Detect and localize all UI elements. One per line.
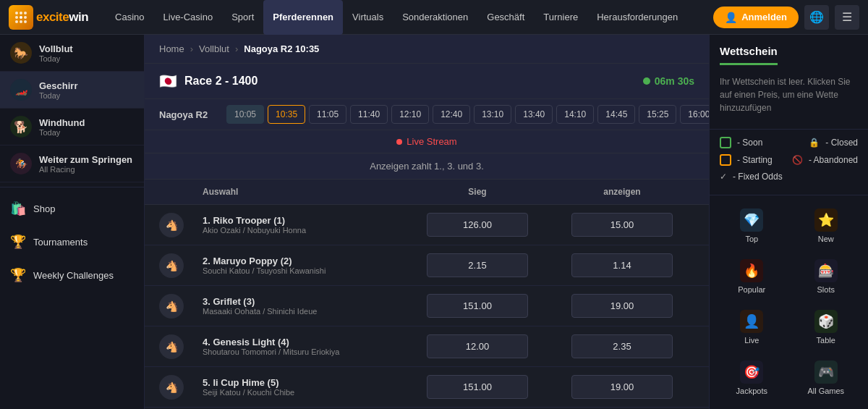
time-tab-1210[interactable]: 12:10 — [391, 105, 429, 124]
legend-soon-label: - Soon — [737, 138, 762, 148]
sidebar-menu-shop[interactable]: 🛍️ Shop — [0, 192, 144, 225]
sieg-btn-5[interactable]: 151.00 — [427, 375, 528, 399]
sieg-btn-2[interactable]: 2.15 — [427, 253, 528, 277]
weiter-icon: 🏇 — [10, 153, 32, 174]
horse-avatar-1: 🐴 — [159, 213, 184, 237]
anzeigen-cell-4: 2.35 — [550, 334, 694, 358]
anzeigen-btn-1[interactable]: 15.00 — [571, 213, 673, 237]
game-live[interactable]: 👤 Live — [717, 304, 787, 350]
legend-starting: - Starting 🚫 - Abandoned — [720, 154, 858, 166]
legend-section: - Soon 🔒 - Closed - Starting 🚫 - Abandon… — [710, 129, 868, 195]
user-icon: 👤 — [725, 12, 737, 23]
game-popular[interactable]: 🔥 Popular — [717, 253, 787, 300]
anzeigen-btn-5[interactable]: 19.00 — [571, 375, 673, 399]
weiter-label: Weiter zum SpringenAll Racing — [39, 154, 132, 174]
horse-avatar-2: 🐴 — [159, 253, 184, 278]
lang-button[interactable]: 🌐 — [804, 5, 829, 30]
livestream-bar: Live Stream — [145, 130, 709, 153]
game-top[interactable]: 💎 Top — [717, 203, 787, 249]
time-tab-1105[interactable]: 11:05 — [309, 105, 346, 124]
sidebar-item-geschirr[interactable]: 🏎️ GeschirrToday — [0, 72, 144, 109]
time-tab-1240[interactable]: 12:40 — [433, 105, 470, 124]
horse-info-3: 3. Griflet (3) Masaaki Oohata / Shinichi… — [203, 289, 405, 323]
nav-turniere[interactable]: Turniere — [534, 0, 587, 35]
time-tab-1600[interactable]: 16:00 — [680, 105, 709, 124]
checkmark-icon: ✓ — [720, 172, 727, 182]
popular-icon: 🔥 — [740, 259, 763, 282]
weekly-icon: 🏆 — [10, 267, 26, 283]
nav-sport[interactable]: Sport — [222, 0, 263, 35]
nav-casino[interactable]: Casino — [106, 0, 153, 35]
wettschein-empty: Ihr Wettschein ist leer. Klicken Sie auf… — [710, 65, 868, 125]
new-icon: ⭐ — [814, 208, 838, 232]
games-grid: 💎 Top ⭐ New 🔥 Popular 🎰 Slots 👤 Live 🎲 — [710, 195, 868, 408]
logo[interactable]: excitewin — [9, 5, 88, 30]
time-tab-1140[interactable]: 11:40 — [350, 105, 388, 124]
horse-name-3: 3. Griflet (3) — [203, 296, 405, 307]
sieg-btn-3[interactable]: 151.00 — [427, 294, 528, 318]
sidebar: 🐎 VollblutToday 🏎️ GeschirrToday 🐕 Windh… — [0, 35, 145, 409]
lock-icon: 🔒 — [809, 138, 820, 148]
race-title-text: Race 2 - 1400 — [184, 75, 258, 88]
game-all-games[interactable]: 🎮 All Games — [791, 355, 861, 401]
time-tab-1340[interactable]: 13:40 — [515, 105, 553, 124]
horse-info-2: 2. Maruyo Poppy (2) Souchi Katou / Tsuyo… — [203, 248, 405, 282]
breadcrumb-sep2: › — [235, 43, 238, 54]
time-tab-1005[interactable]: 10:05 — [226, 105, 264, 124]
table-label: Table — [817, 336, 835, 345]
nav-herausforderungen[interactable]: Herausforderungen — [587, 0, 687, 35]
anzeigen-btn-4[interactable]: 2.35 — [571, 334, 673, 358]
anzeigen-btn-2[interactable]: 1.14 — [571, 253, 673, 277]
time-tab-1035[interactable]: 10:35 — [268, 105, 305, 124]
nav-sonderaktionen[interactable]: Sonderaktionen — [393, 0, 477, 35]
horse-name-2: 2. Maruyo Poppy (2) — [203, 256, 405, 266]
breadcrumb-vollblut[interactable]: Vollblut — [199, 43, 229, 54]
game-jackpots[interactable]: 🎯 Jackpots — [717, 355, 787, 401]
breadcrumb-home[interactable]: Home — [159, 43, 184, 54]
legend-starting-label: - Starting — [737, 155, 773, 165]
game-new[interactable]: ⭐ New — [791, 203, 861, 249]
game-slots[interactable]: 🎰 Slots — [791, 253, 861, 300]
anzeigen-btn-3[interactable]: 19.00 — [571, 294, 673, 318]
time-tab-1410[interactable]: 14:10 — [556, 105, 594, 124]
svg-point-7 — [20, 20, 22, 23]
nav-pferderennen[interactable]: Pferderennen — [263, 0, 343, 35]
legend-closed-label: - Closed — [825, 138, 858, 148]
legend-soon: - Soon 🔒 - Closed — [720, 137, 858, 148]
menu-button[interactable]: ☰ — [835, 5, 859, 30]
horse-jockey-3: Masaaki Oohata / Shinichi Ideue — [203, 307, 405, 316]
race-table-header: Auswahl Sieg anzeigen — [145, 180, 709, 205]
col-icon — [159, 187, 203, 197]
sidebar-item-weiter[interactable]: 🏇 Weiter zum SpringenAll Racing — [0, 146, 144, 182]
sieg-btn-4[interactable]: 12.00 — [427, 334, 528, 358]
nav-right: 👤 Anmelden 🌐 ☰ — [713, 5, 859, 30]
sidebar-menu-tournaments[interactable]: 🏆 Tournaments — [0, 225, 144, 258]
windhund-icon: 🐕 — [10, 116, 32, 138]
jackpots-label: Jackpots — [736, 387, 767, 395]
time-tab-1445[interactable]: 14:45 — [597, 105, 635, 124]
horse-row-1: 🐴 1. Riko Trooper (1) Akio Ozaki / Nobuy… — [145, 205, 709, 245]
live-dot — [396, 139, 402, 145]
sieg-btn-1[interactable]: 126.00 — [427, 213, 528, 237]
nav-live-casino[interactable]: Live-Casino — [154, 0, 223, 35]
sidebar-item-windhund[interactable]: 🐕 WindhundToday — [0, 109, 144, 146]
svg-point-8 — [24, 20, 27, 23]
time-tab-1310[interactable]: 13:10 — [474, 105, 511, 124]
horse-info-5: 5. Ii Cup Hime (5) Seiji Katou / Kouchi … — [203, 370, 405, 404]
livestream-btn[interactable]: Live Stream — [396, 136, 456, 147]
sidebar-item-vollblut[interactable]: 🐎 VollblutToday — [0, 35, 144, 72]
nav-virtuals[interactable]: Virtuals — [343, 0, 393, 35]
race-title: 🇯🇵 Race 2 - 1400 — [159, 72, 258, 90]
tournaments-icon: 🏆 — [10, 234, 26, 250]
sidebar-menu-weekly[interactable]: 🏆 Weekly Challenges — [0, 258, 144, 292]
sieg-cell-1: 126.00 — [405, 213, 550, 237]
right-panel: Wettschein Ihr Wettschein ist leer. Klic… — [709, 35, 868, 409]
nav-geschaeft[interactable]: Geschäft — [477, 0, 534, 35]
horse-avatar-5: 🐴 — [159, 375, 184, 400]
time-tab-1525[interactable]: 15:25 — [639, 105, 676, 124]
svg-point-3 — [15, 16, 18, 19]
game-table[interactable]: 🎲 Table — [791, 304, 861, 350]
anmelden-button[interactable]: 👤 Anmelden — [713, 7, 799, 28]
breadcrumb-current: Nagoya R2 10:35 — [244, 43, 319, 54]
anzeigen-cell-2: 1.14 — [550, 253, 694, 277]
